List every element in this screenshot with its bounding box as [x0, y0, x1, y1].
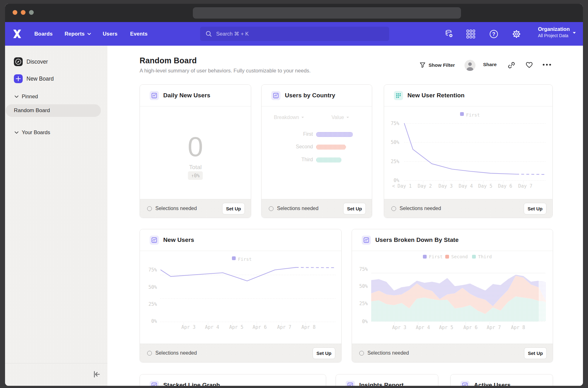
svg-text:Apr 4: Apr 4 — [205, 324, 219, 330]
show-filter-button[interactable]: Show Filter — [419, 62, 455, 68]
svg-text:Apr 6: Apr 6 — [252, 324, 267, 330]
status-text: Selections needed — [277, 206, 319, 211]
chevron-down-icon — [87, 33, 91, 35]
svg-text:25%: 25% — [148, 301, 157, 307]
card-body: FirstSecondThird75%50%25%0%Apr 3Apr 4Apr… — [352, 251, 553, 344]
card-header: Daily New Users — [140, 85, 251, 106]
favorite-heart-icon[interactable] — [526, 62, 533, 68]
card-footer: Selections neededSet Up — [140, 344, 341, 362]
sidebar-section-your-boards[interactable]: Your Boards — [14, 129, 50, 135]
status-circle-icon — [359, 351, 364, 356]
chevron-down-icon — [14, 131, 19, 134]
svg-text:0%: 0% — [394, 178, 399, 183]
svg-text:Apr 8: Apr 8 — [301, 324, 315, 330]
svg-text:Apr 3: Apr 3 — [392, 325, 406, 330]
value-column-header: Value — [331, 115, 349, 120]
svg-text:Apr 7: Apr 7 — [487, 325, 501, 330]
mixpanel-logo[interactable] — [13, 30, 21, 38]
card-header: Insights Report — [336, 374, 438, 386]
ghost-bar-second — [316, 145, 346, 150]
svg-text:50%: 50% — [148, 284, 157, 290]
status-circle-icon — [147, 351, 152, 356]
caret-down-icon — [301, 117, 304, 118]
traffic-light-zoom[interactable] — [29, 10, 34, 15]
search-placeholder: Search ⌘ + K — [216, 31, 249, 37]
card-active-users: Active Users — [450, 374, 553, 386]
status-text: Selections needed — [155, 350, 197, 356]
card-title: New User Retention — [407, 92, 464, 99]
svg-text:75%: 75% — [359, 266, 368, 272]
set-up-button[interactable]: Set Up — [222, 203, 245, 214]
plus-icon — [14, 74, 23, 83]
person-icon — [464, 60, 476, 71]
nav-item-boards[interactable]: Boards — [34, 22, 53, 46]
nav-item-reports[interactable]: Reports — [65, 22, 91, 46]
card-header: Users by Country — [262, 85, 372, 106]
copy-link-icon[interactable] — [508, 62, 515, 69]
nav-item-events[interactable]: Events — [130, 22, 147, 46]
svg-text:Apr 8: Apr 8 — [511, 325, 525, 330]
set-up-button[interactable]: Set Up — [313, 347, 335, 359]
sidebar-item-label: Random Board — [14, 107, 50, 114]
status-text: Selections needed — [367, 350, 409, 356]
status-text: Selections needed — [400, 206, 441, 211]
traffic-light-close[interactable] — [13, 10, 17, 15]
page-subtitle: A high-level summary of user behaviors. … — [140, 68, 311, 74]
svg-text:Day 5: Day 5 — [478, 183, 492, 189]
svg-text:Third: Third — [478, 254, 492, 259]
card-title: Stacked Line Graph — [163, 382, 220, 386]
svg-text:Apr 4: Apr 4 — [416, 325, 430, 330]
share-button[interactable]: Share — [483, 62, 497, 67]
sidebar-item-random-board[interactable]: Random Board — [6, 104, 101, 117]
bar-label: Third — [288, 157, 313, 163]
line-chart-icon — [362, 236, 371, 245]
org-name: Organization — [538, 26, 570, 32]
svg-text:Apr 7: Apr 7 — [277, 324, 291, 330]
set-up-button[interactable]: Set Up — [343, 203, 366, 214]
retention-grid-icon — [394, 91, 403, 100]
traffic-light-minimize[interactable] — [21, 10, 26, 15]
sidebar-item-label: New Board — [26, 76, 54, 82]
search-icon — [205, 31, 212, 37]
collapse-sidebar-icon[interactable] — [93, 371, 100, 378]
more-options-icon[interactable] — [543, 64, 551, 66]
card-title: Insights Report — [359, 382, 404, 386]
status-circle-icon — [269, 206, 274, 211]
svg-text:Day 7: Day 7 — [518, 183, 532, 189]
card-header: New Users — [140, 229, 341, 251]
org-caret-icon — [573, 32, 576, 34]
org-project: All Project Data — [538, 33, 570, 38]
card-footer: Selections neededSet Up — [140, 199, 251, 218]
ghost-stacked-area-chart: FirstSecondThird75%50%25%0%Apr 3Apr 4Apr… — [352, 251, 553, 344]
nav-item-users[interactable]: Users — [103, 22, 118, 46]
apps-grid-icon[interactable] — [466, 29, 476, 39]
avatar[interactable] — [464, 60, 476, 71]
settings-gear-icon[interactable] — [512, 29, 521, 39]
address-bar[interactable] — [193, 7, 461, 19]
search-input[interactable]: Search ⌘ + K — [200, 27, 389, 41]
set-up-button[interactable]: Set Up — [524, 203, 546, 214]
sidebar-item-new-board[interactable]: New Board — [14, 74, 54, 83]
card-daily-new-users: Daily New Users0Total↑0%Selections neede… — [140, 84, 251, 218]
metric-label: Total — [140, 164, 251, 171]
card-header: Stacked Line Graph — [140, 374, 326, 386]
card-footer: Selections neededSet Up — [384, 199, 552, 218]
org-switcher[interactable]: Organization All Project Data — [538, 26, 570, 38]
bar-label: Second — [288, 144, 313, 150]
filter-funnel-icon — [419, 62, 426, 68]
data-management-icon[interactable] — [445, 29, 454, 39]
window-titlebar — [5, 4, 583, 22]
sidebar-item-discover[interactable]: Discover — [14, 57, 48, 66]
bar-label: First — [288, 131, 313, 137]
help-icon[interactable]: ? — [489, 29, 499, 39]
set-up-button[interactable]: Set Up — [524, 347, 547, 359]
card-title: Daily New Users — [163, 92, 210, 99]
line-chart-icon — [150, 91, 159, 100]
discover-compass-icon — [14, 57, 23, 66]
sidebar-section-pinned[interactable]: Pinned — [14, 94, 38, 100]
line-chart-icon — [460, 381, 470, 386]
svg-text:75%: 75% — [148, 267, 157, 273]
ghost-line-chart: First75%50%25%0%Apr 3Apr 4Apr 5Apr 6Apr … — [140, 251, 342, 344]
line-chart-icon — [346, 381, 355, 386]
card-body: Breakdown Value FirstSecondThird — [262, 106, 372, 200]
